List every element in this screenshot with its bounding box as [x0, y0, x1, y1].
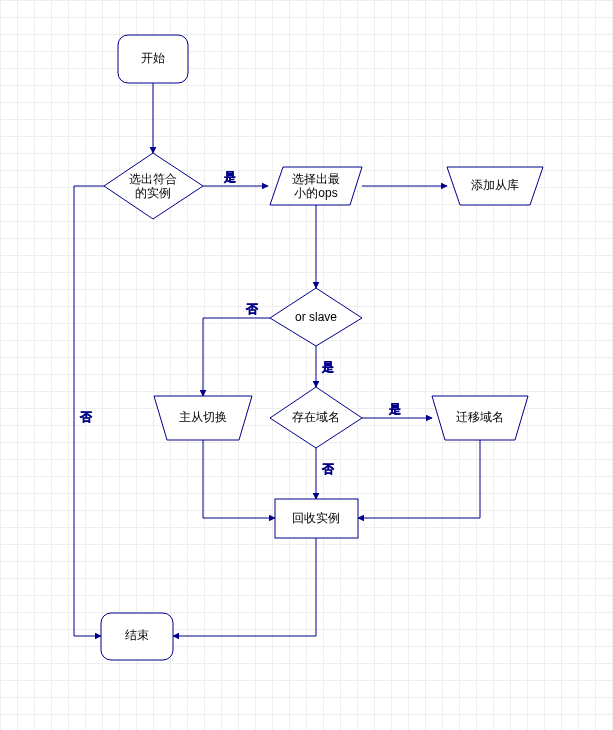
- switch-label: 主从切换: [179, 410, 227, 424]
- node-switch: 主从切换: [154, 396, 252, 440]
- or-slave-label: or slave: [295, 310, 337, 324]
- migrate-label: 迁移域名: [456, 410, 504, 424]
- label-domain-no: 否: [322, 462, 334, 476]
- node-select-ops: 选择出最 小的ops: [270, 167, 362, 205]
- node-end: 结束: [101, 613, 173, 660]
- filter-label-2: 的实例: [135, 186, 171, 200]
- edge-migrate-recycle: [358, 440, 480, 518]
- add-slave-label: 添加从库: [471, 178, 519, 192]
- select-ops-label-1: 选择出最: [292, 172, 340, 186]
- node-recycle: 回收实例: [275, 499, 358, 538]
- node-or-slave: or slave: [270, 288, 362, 346]
- flowchart-canvas: 是 否 是 是 否 否 开始 选出符合 的实例: [0, 0, 613, 730]
- select-ops-label-2: 小的ops: [294, 186, 337, 200]
- label-orslave-yes: 是: [322, 360, 334, 374]
- node-add-slave: 添加从库: [447, 167, 543, 205]
- node-has-domain: 存在域名: [270, 387, 362, 448]
- edge-orslave-switch: [203, 318, 270, 396]
- label-filter-yes: 是: [224, 170, 236, 184]
- start-label: 开始: [141, 51, 165, 65]
- node-migrate: 迁移域名: [432, 396, 528, 440]
- label-orslave-no: 否: [246, 302, 258, 316]
- recycle-label: 回收实例: [292, 511, 340, 525]
- label-filter-no: 否: [80, 410, 92, 424]
- filter-label-1: 选出符合: [129, 172, 177, 186]
- node-start: 开始: [118, 35, 188, 83]
- edge-switch-recycle: [203, 440, 275, 518]
- label-domain-yes: 是: [389, 402, 401, 416]
- node-filter: 选出符合 的实例: [104, 153, 203, 219]
- has-domain-label: 存在域名: [292, 410, 340, 424]
- end-label: 结束: [125, 628, 149, 642]
- edge-recycle-end: [173, 538, 316, 636]
